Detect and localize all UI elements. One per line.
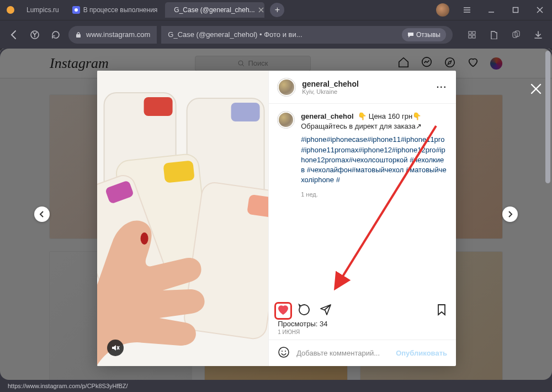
caption-username[interactable]: general_chehol	[301, 112, 353, 120]
mute-button[interactable]	[107, 340, 124, 356]
page-viewport: Instagram Поиск	[0, 49, 552, 380]
comment-button[interactable]	[298, 303, 311, 319]
close-modal-button[interactable]	[530, 83, 542, 97]
post-more-button[interactable]: ···	[437, 82, 447, 92]
svg-rect-3	[513, 8, 518, 13]
save-button[interactable]	[435, 303, 448, 319]
menu-button[interactable]	[455, 0, 479, 20]
svg-rect-8	[469, 35, 471, 38]
address-bar: www.instagram.com G_Case (@general_cheho…	[0, 20, 552, 49]
collections-button[interactable]	[508, 27, 524, 43]
caption-avatar[interactable]	[278, 112, 294, 128]
smile-icon	[278, 346, 290, 358]
profile-avatar[interactable]	[436, 3, 449, 17]
maximize-button[interactable]	[503, 0, 528, 20]
svg-rect-6	[469, 31, 471, 34]
url-title-text: G_Case (@general_chehol) • Фото и ви...	[168, 30, 302, 39]
reload-button[interactable]	[47, 27, 64, 43]
downloads-button[interactable]	[530, 27, 546, 43]
prev-post-button[interactable]	[34, 206, 50, 222]
author-location[interactable]: Kyiv, Ukraine	[302, 88, 359, 95]
browser-titlebar: Lumpics.ru В процессе выполнения G_Case …	[0, 0, 552, 20]
window-controls	[436, 0, 552, 20]
svg-rect-19	[231, 103, 260, 121]
author-username[interactable]: general_chehol	[302, 80, 359, 88]
close-window-button[interactable]	[528, 0, 552, 20]
post-media[interactable]	[97, 71, 268, 366]
scrollbar-thumb[interactable]	[545, 51, 550, 183]
app-icon	[7, 6, 14, 14]
author-avatar[interactable]	[278, 78, 295, 96]
yandex-home-button[interactable]	[26, 27, 43, 43]
caption-hashtags[interactable]: #iphone#iphonecase#iphone11#iphone11pro#…	[301, 135, 447, 185]
url-title-field[interactable]: G_Case (@general_chehol) • Фото и ви... …	[161, 26, 453, 44]
svg-rect-21	[163, 160, 194, 183]
svg-point-28	[282, 351, 283, 352]
bookmark-icon	[435, 303, 448, 316]
views-label: Просмотры:	[278, 320, 317, 328]
post-caption-area: general_chehol 👇 Цена 160 грн👇 Обращайте…	[269, 104, 456, 301]
lock-icon	[75, 31, 82, 38]
close-tab-icon[interactable]	[258, 6, 264, 14]
url-host-field[interactable]: www.instagram.com	[68, 26, 157, 44]
share-button[interactable]	[319, 303, 332, 319]
bookmark-button[interactable]	[486, 27, 502, 43]
emoji-button[interactable]	[278, 346, 290, 361]
views-count: 34	[320, 320, 327, 328]
tab-label: G_Case (@general_cheh...	[174, 6, 254, 14]
share-icon	[319, 303, 332, 316]
status-url: https://www.instagram.com/p/CPk8S3yHfBZ/	[8, 383, 128, 389]
tab-label: Lumpics.ru	[26, 6, 59, 14]
svg-point-29	[285, 351, 286, 352]
comment-icon	[407, 31, 414, 38]
post-date: 1 июня	[269, 329, 456, 340]
caption-text: general_chehol 👇 Цена 160 грн👇 Обращайте…	[301, 112, 447, 199]
status-bar: https://www.instagram.com/p/CPk8S3yHfBZ/	[0, 380, 552, 392]
views-line[interactable]: Просмотры: 34	[269, 319, 456, 329]
svg-rect-5	[76, 34, 81, 38]
reviews-label: Отзывы	[416, 31, 440, 39]
comment-input[interactable]	[296, 349, 389, 357]
comment-icon	[298, 303, 311, 316]
extensions-button[interactable]	[464, 27, 480, 43]
back-button[interactable]	[6, 27, 22, 43]
tab-lumpics[interactable]: Lumpics.ru	[21, 2, 65, 18]
comment-row: Опубликовать	[269, 340, 456, 366]
svg-point-1	[75, 8, 78, 12]
reviews-pill[interactable]: Отзывы	[402, 28, 446, 41]
svg-rect-17	[144, 97, 173, 116]
url-host-text: www.instagram.com	[86, 30, 150, 39]
like-button[interactable]	[277, 303, 290, 319]
like-button-highlight	[274, 302, 292, 320]
svg-point-27	[279, 347, 289, 357]
publish-button[interactable]: Опубликовать	[396, 349, 447, 357]
post-sidebar: general_chehol Kyiv, Ukraine ··· general…	[268, 71, 456, 366]
tab-progress[interactable]: В процессе выполнения	[67, 2, 163, 18]
tab-label: В процессе выполнения	[83, 6, 158, 14]
tab-instagram-active[interactable]: G_Case (@general_cheh...	[165, 2, 264, 18]
svg-rect-9	[473, 35, 475, 38]
post-modal: general_chehol Kyiv, Ukraine ··· general…	[97, 71, 456, 366]
post-header: general_chehol Kyiv, Ukraine ···	[269, 71, 456, 104]
next-post-button[interactable]	[502, 206, 518, 222]
new-tab-button[interactable]: +	[270, 3, 284, 17]
author-block: general_chehol Kyiv, Ukraine	[302, 80, 359, 95]
toolbar-right	[464, 27, 546, 43]
minimize-button[interactable]	[479, 0, 503, 20]
post-actions	[269, 301, 456, 319]
svg-point-26	[141, 232, 148, 245]
post-video-frame	[97, 71, 268, 366]
heart-filled-icon	[277, 303, 290, 316]
svg-rect-7	[473, 31, 475, 34]
favicon-icon	[72, 6, 80, 14]
caption-timeago: 1 нед.	[301, 190, 447, 199]
